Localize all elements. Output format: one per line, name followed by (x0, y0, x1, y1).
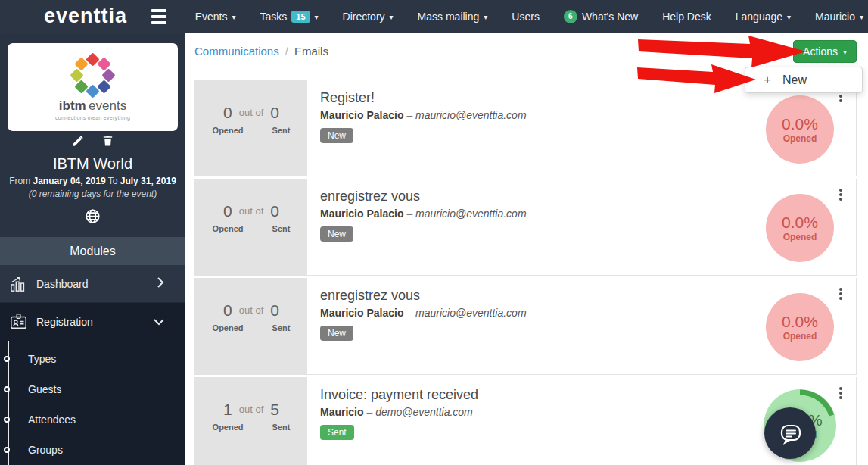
sidebar-item-types[interactable]: Types (0, 350, 185, 368)
plus-icon: + (764, 73, 771, 88)
sub-item-label: Groups (28, 444, 63, 456)
nav-item-language[interactable]: Language ▾ (723, 11, 803, 23)
email-title: enregistrez vous (320, 189, 856, 204)
nav-item-mass-mailing[interactable]: Mass mailing ▾ (406, 11, 500, 23)
sent-label: Sent (272, 323, 291, 332)
caret-down-icon: ▾ (484, 14, 487, 21)
nav-item-users[interactable]: Users (499, 11, 552, 23)
dropdown-item-label: New (782, 73, 807, 87)
event-website-globe-icon[interactable] (85, 208, 101, 227)
opened-percentage-label: Opened (783, 331, 817, 342)
caret-down-icon: ▾ (843, 48, 847, 56)
opened-count: 0 (223, 105, 232, 120)
sent-count: 0 (270, 105, 279, 120)
chevron-down-icon (154, 315, 164, 329)
opened-label: Opened (213, 224, 244, 233)
opened-count: 0 (223, 302, 232, 318)
nav-item-whats-new[interactable]: 6 What's New (552, 10, 650, 23)
event-logo-card: ibtm events connections mean everything (8, 43, 178, 131)
email-stats: 1 out of 5 Opened Sent (195, 377, 307, 465)
kebab-menu-icon[interactable] (835, 386, 847, 400)
email-row-enregistrez-1[interactable]: 0 out of 0 Opened Sent enregistrez vous … (194, 179, 857, 276)
status-badge: New (320, 128, 353, 143)
sent-count: 0 (270, 302, 279, 318)
opened-label: Opened (213, 423, 244, 432)
opened-count: 0 (223, 203, 232, 219)
hamburger-menu-icon[interactable] (151, 9, 166, 24)
navbar-left-group: Events ▾ Tasks 15 ▾ Directory ▾ Mass mai… (183, 11, 552, 23)
ibtm-pinwheel-logo-icon (71, 55, 115, 97)
sidebar: ibtm events connections mean everything … (0, 33, 185, 465)
status-badge: New (320, 226, 353, 242)
sub-item-label: Types (28, 353, 56, 365)
sidebar-item-registration[interactable]: Registration (0, 303, 185, 341)
sidebar-item-guests[interactable]: Guests (0, 380, 185, 398)
chat-bubble-icon (776, 419, 804, 448)
actions-button[interactable]: Actions ▾ (793, 40, 857, 63)
sent-label: Sent (272, 126, 291, 135)
breadcrumb: Communications / Emails (185, 33, 868, 70)
nav-item-directory[interactable]: Directory ▾ (331, 11, 406, 23)
email-row-enregistrez-2[interactable]: 0 out of 0 Opened Sent enregistrez vous … (194, 278, 857, 375)
page: eventtia Events ▾ Tasks 15 ▾ Directory ▾… (0, 0, 868, 465)
opened-percentage: 0.0% (782, 214, 818, 232)
nav-label: Help Desk (662, 11, 711, 23)
dropdown-item-new[interactable]: + New (745, 67, 862, 92)
kebab-menu-icon[interactable] (835, 188, 847, 201)
eventtia-logo[interactable]: eventtia (44, 5, 127, 28)
timeline-dot-icon (4, 386, 10, 392)
nav-label: Language (736, 11, 782, 23)
kebab-menu-icon[interactable] (835, 287, 847, 301)
timeline-dot-icon (4, 447, 10, 453)
sidebar-item-groups[interactable]: Groups (0, 441, 185, 459)
opened-percentage-circle: 0.0% Opened (766, 95, 834, 164)
sent-count: 0 (270, 203, 279, 219)
opened-label: Opened (213, 126, 244, 135)
top-navbar: eventtia Events ▾ Tasks 15 ▾ Directory ▾… (0, 0, 868, 33)
nav-item-tasks[interactable]: Tasks 15 ▾ (247, 11, 330, 23)
main-content: Communications / Emails Actions ▾ + New … (185, 33, 868, 465)
email-title: enregistrez vous (320, 288, 856, 304)
nav-item-user-mauricio[interactable]: Mauricio ▾ (803, 11, 868, 23)
timeline-dot-icon (4, 417, 10, 423)
timeline-dot-icon (4, 356, 10, 362)
caret-down-icon: ▾ (860, 14, 863, 21)
event-name: IBTM World (0, 155, 185, 173)
whats-new-count-badge: 6 (564, 10, 577, 23)
id-badge-icon (8, 313, 30, 331)
email-row-register[interactable]: 0 out of 0 Opened Sent Register! Maurici… (194, 80, 857, 176)
actions-button-label: Actions (803, 45, 838, 58)
nav-item-events[interactable]: Events ▾ (183, 11, 248, 23)
out-of-label: out of (239, 107, 264, 120)
registration-subnav: Types Guests Attendees Groups (0, 341, 185, 465)
sub-item-label: Attendees (28, 414, 76, 426)
breadcrumb-current: Emails (294, 45, 328, 58)
caret-down-icon: ▾ (787, 14, 791, 21)
breadcrumb-separator: / (285, 45, 288, 58)
email-row-invoice[interactable]: 1 out of 5 Opened Sent Invoice: payment … (194, 377, 857, 465)
opened-percentage: 0.0% (782, 115, 818, 133)
nav-label: Mass mailing (418, 11, 480, 23)
sidebar-item-attendees[interactable]: Attendees (0, 410, 185, 429)
out-of-label: out of (239, 404, 264, 417)
opened-percentage-circle: 0.0% Opened (766, 194, 834, 262)
nav-label: Events (195, 11, 228, 23)
email-stats: 0 out of 0 Opened Sent (195, 80, 307, 176)
ibtm-events-logo-text: ibtm events (59, 98, 126, 114)
nav-label: Mauricio (815, 11, 855, 23)
opened-label: Opened (213, 323, 244, 332)
delete-event-icon[interactable] (101, 134, 114, 151)
nav-item-help-desk[interactable]: Help Desk (650, 11, 723, 23)
email-stats: 0 out of 0 Opened Sent (195, 179, 307, 275)
breadcrumb-communications-link[interactable]: Communications (194, 45, 279, 58)
email-list: 0 out of 0 Opened Sent Register! Maurici… (194, 80, 857, 465)
sidebar-item-dashboard[interactable]: Dashboard (0, 265, 185, 303)
chat-widget-button[interactable] (764, 407, 816, 459)
sent-label: Sent (272, 423, 291, 432)
caret-down-icon: ▾ (232, 14, 235, 21)
edit-event-icon[interactable] (71, 134, 85, 151)
logo-tagline: connections mean everything (55, 115, 130, 120)
chevron-right-icon (157, 277, 164, 291)
nav-label: Directory (343, 11, 385, 23)
opened-percentage-label: Opened (783, 133, 817, 144)
